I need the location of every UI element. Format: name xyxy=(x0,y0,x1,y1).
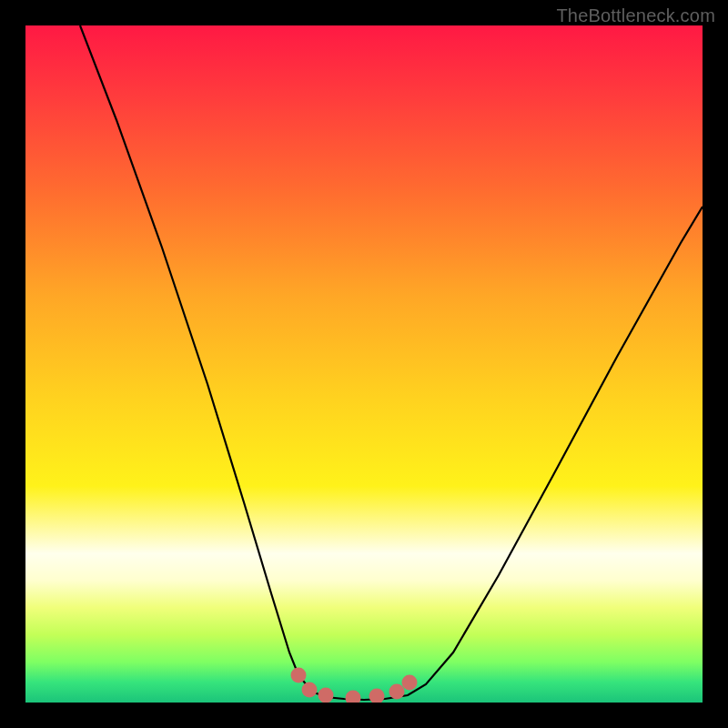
trough-dot xyxy=(389,684,405,700)
trough-dot xyxy=(369,689,385,703)
trough-dot xyxy=(402,675,418,691)
watermark-text: TheBottleneck.com xyxy=(556,5,715,26)
chart-area xyxy=(25,25,703,703)
trough-dot xyxy=(302,682,318,698)
trough-dot xyxy=(346,691,361,703)
trough-dots-group xyxy=(291,668,418,703)
trough-dot xyxy=(318,688,334,703)
trough-dot xyxy=(291,668,307,683)
bottleneck-curve-path xyxy=(80,25,703,700)
bottleneck-curve-svg xyxy=(25,25,703,703)
